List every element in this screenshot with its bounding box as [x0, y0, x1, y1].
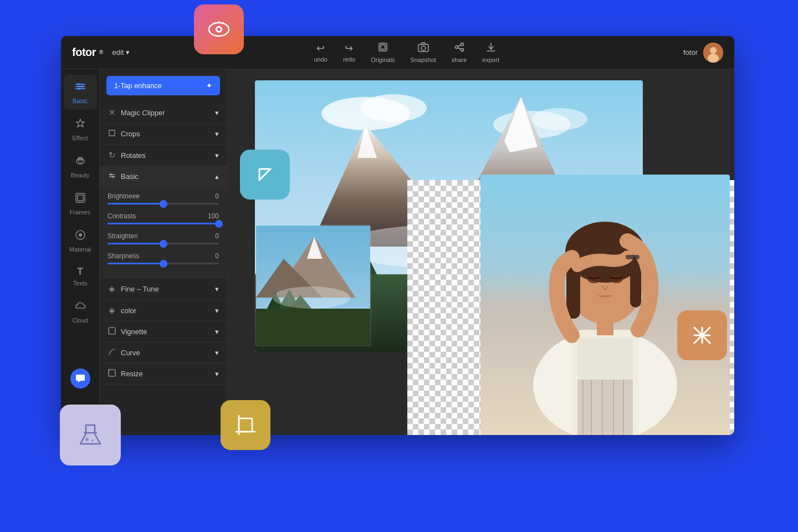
svg-point-44: [79, 233, 82, 237]
color-label: color: [121, 306, 136, 315]
svg-point-30: [708, 54, 719, 63]
svg-line-6: [259, 169, 270, 180]
color-header[interactable]: ◈ color ▾: [100, 300, 227, 321]
sidebar-item-frames[interactable]: Frames: [64, 186, 97, 221]
straighten-fill: [108, 243, 163, 244]
svg-point-80: [273, 287, 350, 309]
snapshot-button[interactable]: Snapshot: [410, 42, 436, 63]
canvas-area: [227, 69, 734, 435]
share-button[interactable]: share: [452, 42, 467, 63]
resize-header[interactable]: Resize ▾: [100, 364, 227, 384]
floating-pattern-icon: [677, 310, 727, 360]
redo-button[interactable]: ↪ redo: [343, 42, 355, 63]
svg-point-48: [110, 173, 112, 176]
resize-icon: [108, 369, 116, 378]
snapshot-icon: [418, 42, 429, 55]
crops-header[interactable]: Crops ▾: [100, 124, 227, 144]
sidebar-item-texts[interactable]: T Texts: [64, 260, 97, 292]
rotates-chevron: ▾: [215, 151, 219, 160]
texts-icon: T: [77, 266, 83, 278]
fine-tune-section: ◈ Fine – Tune ▾: [100, 278, 227, 300]
originals-icon: [378, 42, 388, 55]
sidebar-item-effect[interactable]: Effect: [64, 112, 97, 147]
basic-label: Basic: [121, 172, 139, 181]
brightness-label: Brightneee: [108, 192, 140, 200]
fine-tune-header[interactable]: ◈ Fine – Tune ▾: [100, 278, 227, 299]
redo-icon: ↪: [345, 42, 353, 54]
sidebar-item-material[interactable]: Material: [64, 223, 97, 258]
svg-rect-45: [109, 130, 115, 136]
contrasts-fill: [108, 223, 219, 224]
brightness-thumb[interactable]: [160, 200, 167, 208]
svg-rect-42: [78, 195, 83, 201]
color-icon: ◈: [108, 305, 116, 315]
brightness-track[interactable]: [108, 203, 219, 204]
chat-button[interactable]: [70, 369, 90, 388]
contrasts-label: Contrasts: [108, 212, 136, 220]
svg-line-24: [458, 45, 461, 47]
contrasts-slider-row: Contrasts 100: [108, 212, 219, 224]
basic-header[interactable]: Basic ▴: [100, 166, 227, 187]
rotates-header[interactable]: ↻ Rotates ▾: [100, 145, 227, 166]
resize-section: Resize ▾: [100, 364, 227, 385]
undo-button[interactable]: ↩ undo: [314, 42, 327, 63]
svg-rect-17: [379, 43, 387, 51]
contrasts-track[interactable]: [108, 223, 219, 224]
vignette-icon: [108, 327, 116, 336]
svg-point-23: [461, 48, 463, 51]
sharpness-thumb[interactable]: [160, 260, 167, 268]
svg-rect-92: [577, 338, 633, 382]
magic-clipper-chevron: ▾: [215, 109, 219, 117]
crops-chevron: ▾: [215, 130, 219, 138]
floating-crop-icon: [221, 400, 270, 450]
vignette-chevron: ▾: [215, 328, 219, 336]
toolbar: fotor® edit ▾ ↩ undo ↪ redo: [61, 36, 734, 69]
export-label: export: [482, 57, 499, 63]
magic-clipper-header[interactable]: ✕ Magic Clipper ▾: [100, 102, 227, 123]
sidebar-item-basic[interactable]: Basic: [64, 75, 97, 110]
curve-header[interactable]: Curve ▾: [100, 342, 227, 363]
vignette-header[interactable]: Vignette ▾: [100, 321, 227, 342]
sidebar-texts-label: Texts: [73, 280, 88, 287]
straighten-label: Straighten: [108, 232, 138, 240]
svg-point-34: [78, 83, 80, 85]
redo-label: redo: [343, 56, 355, 63]
sidebar-item-beauty[interactable]: Beauty: [64, 149, 97, 184]
export-button[interactable]: export: [482, 42, 499, 63]
contrasts-value: 100: [208, 212, 219, 220]
vignette-section: Vignette ▾: [100, 321, 227, 342]
vignette-label: Vignette: [121, 328, 147, 336]
sidebar-beauty-label: Beauty: [70, 172, 89, 178]
sharpness-value: 0: [215, 252, 219, 260]
sharpness-track[interactable]: [108, 263, 219, 264]
originals-button[interactable]: Originals: [371, 42, 395, 63]
tools-panel: 1-Tap enhance ✦ ✕ Magic Clipper ▾: [100, 69, 227, 435]
curve-section: Curve ▾: [100, 342, 227, 364]
logo-text: fotor: [72, 46, 96, 59]
svg-point-21: [455, 45, 458, 48]
contrasts-thumb[interactable]: [215, 220, 223, 228]
svg-rect-91: [626, 255, 640, 259]
enhance-button[interactable]: 1-Tap enhance ✦: [106, 76, 220, 95]
svg-point-22: [461, 43, 463, 45]
edit-label: edit: [112, 48, 124, 57]
rotates-icon: ↻: [108, 150, 116, 160]
sidebar-item-cloud[interactable]: Cloud: [64, 294, 97, 329]
svg-rect-93: [577, 380, 633, 435]
toolbar-right: fotor: [683, 43, 723, 63]
straighten-track[interactable]: [108, 243, 219, 244]
material-icon: [74, 229, 86, 244]
sharpness-slider-row: Sharpness 0: [108, 252, 219, 264]
brightness-value: 0: [215, 192, 219, 200]
icon-sidebar: Basic Effect: [61, 69, 100, 435]
svg-rect-76: [256, 309, 371, 346]
fine-tune-chevron: ▾: [215, 285, 219, 293]
floating-arrow-icon: [240, 150, 290, 200]
undo-label: undo: [314, 56, 327, 63]
straighten-thumb[interactable]: [160, 240, 167, 248]
originals-label: Originals: [371, 57, 395, 63]
sidebar-frames-label: Frames: [70, 209, 90, 216]
beauty-icon: [74, 155, 86, 170]
edit-dropdown[interactable]: edit ▾: [112, 48, 130, 57]
enhance-label: 1-Tap enhance: [114, 81, 162, 90]
